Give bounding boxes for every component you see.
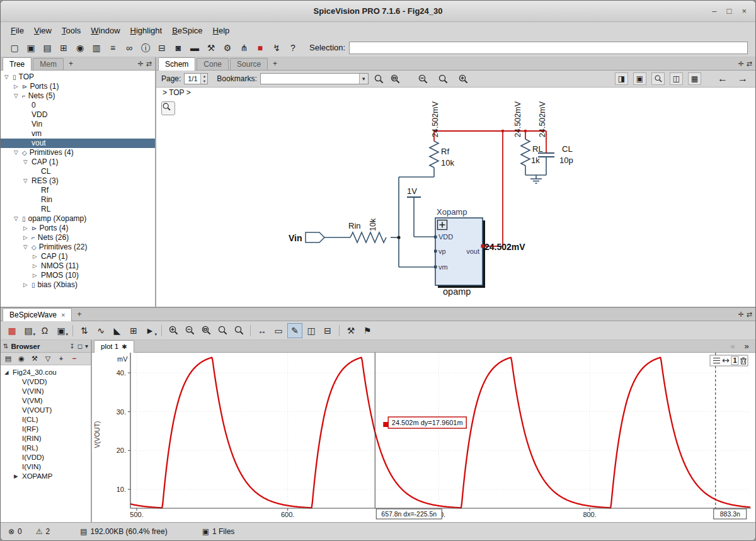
zoom-fit-icon[interactable] — [436, 71, 451, 86]
menu-tools[interactable]: Tools — [57, 24, 86, 37]
split-vertical-icon[interactable]: ◫ — [304, 323, 319, 338]
comment-icon[interactable]: ▭ — [271, 323, 286, 338]
document-icon[interactable]: ▬ — [187, 40, 202, 55]
tree-item-i-vin[interactable]: I(VIN) — [1, 462, 91, 472]
find-signal-icon[interactable]: ◉ — [16, 353, 27, 364]
dock-detach-icon[interactable]: ⇄ — [747, 310, 752, 319]
tree-item-i-rl[interactable]: I(RL) — [1, 443, 91, 453]
expander-closed-icon[interactable]: ▷ — [14, 82, 22, 91]
tree-item-ports-1[interactable]: ▷⊳Ports (1) — [1, 82, 155, 91]
tree-item-top[interactable]: ▽▯TOP — [1, 72, 155, 82]
dock-move-icon[interactable]: ✛ — [738, 310, 744, 319]
help-icon[interactable]: ? — [285, 40, 301, 55]
tree-item-xopamp[interactable]: ▶XOPAMP — [1, 472, 91, 481]
expander-closed-icon[interactable]: ▷ — [33, 252, 41, 261]
bookmarks-dropdown[interactable]: ▼ — [260, 73, 369, 84]
tree-item-vout[interactable]: vout — [1, 139, 155, 148]
tree-item-primitives-4[interactable]: ▽◇Primitives (4) — [1, 148, 155, 157]
page-spinner-arrows[interactable]: ▲▼ — [200, 74, 207, 84]
tree-item-i-cl[interactable]: I(CL) — [1, 415, 91, 424]
tree-item-cap-1[interactable]: ▷CAP (1) — [1, 252, 155, 261]
expander-closed-icon[interactable]: ▷ — [33, 271, 41, 280]
plot-forward-button[interactable]: » — [740, 341, 753, 351]
dropdown-arrow-icon[interactable]: ▼ — [359, 74, 368, 84]
signal-order-icon[interactable]: ⇅ — [77, 323, 92, 338]
titlebar[interactable]: SpiceVision PRO 7.1.6 - Fig24_30 – □ × — [1, 1, 755, 22]
signal-options-icon[interactable]: ⚒ — [29, 353, 40, 364]
tree-item-pmos-10[interactable]: ▷PMOS (10) — [1, 271, 155, 280]
tab-bespicewave[interactable]: BeSpiceWave× — [3, 308, 72, 321]
tree-item-vdd[interactable]: VDD — [1, 110, 155, 120]
tree-item-rl[interactable]: RL — [1, 205, 155, 214]
table-view-icon[interactable]: ⊞ — [126, 323, 141, 338]
report-icon[interactable]: ▤ — [40, 40, 55, 55]
export-document-icon[interactable]: ▥ — [89, 40, 104, 55]
tab-cone[interactable]: Cone — [197, 58, 229, 70]
save-icon[interactable]: ▣ — [23, 40, 38, 55]
expander-closed-icon[interactable]: ▶ — [14, 472, 22, 481]
pin-icon[interactable]: ↧ — [69, 343, 74, 350]
fit-width-icon[interactable]: ↔ — [255, 323, 270, 338]
find-icon[interactable] — [651, 72, 665, 85]
tree-item-i-rin[interactable]: I(RIN) — [1, 434, 91, 443]
plot-area[interactable]: 500.600.700.800.10.20.30.40. mV V(VOUT) … — [92, 353, 755, 522]
menu-view[interactable]: View — [29, 24, 57, 37]
expander-closed-icon[interactable]: ▷ — [33, 261, 41, 271]
tree-item-ports-4[interactable]: ▷⊳Ports (4) — [1, 224, 155, 233]
spin-up-icon[interactable]: ▲ — [201, 74, 207, 79]
expander-open-icon[interactable]: ▽ — [14, 91, 22, 101]
tree-item-rf[interactable]: Rf — [1, 186, 155, 195]
zoom-out-icon[interactable] — [182, 323, 197, 338]
plot-grid-icon[interactable]: ▦ — [4, 323, 20, 338]
filter-icon[interactable]: ▽ — [42, 353, 54, 364]
snapshot-camera-icon[interactable]: ◙ — [171, 40, 186, 55]
add-tab-button[interactable]: + — [65, 59, 77, 68]
open-document-icon[interactable]: ⊞ — [56, 40, 71, 55]
schematic-canvas[interactable]: Vin Rin 10k Rf 10k 24.502mV RL 1k 24.502… — [156, 98, 755, 307]
tree-item-i-rf[interactable]: I(RF) — [1, 424, 91, 434]
zoom-out-icon[interactable] — [416, 71, 431, 86]
cursor-mode-icon[interactable]: ►▾ — [142, 323, 158, 338]
vin-port-symbol[interactable] — [306, 232, 324, 242]
zoom-select-icon[interactable] — [372, 71, 387, 86]
tree-item-bias-xbias[interactable]: ▷▯bias (Xbias) — [1, 280, 155, 290]
menu-help[interactable]: Help — [208, 24, 235, 37]
expander-open-icon[interactable]: ▽ — [4, 72, 13, 82]
add-signal-icon[interactable]: + — [55, 353, 67, 364]
split-horizontal-icon[interactable]: ⊟ — [320, 323, 335, 338]
save-waveform-icon[interactable]: ▣▾ — [54, 323, 69, 338]
back-arrow-button[interactable]: ← — [715, 72, 730, 85]
tree-item-res-3[interactable]: ▽RES (3) — [1, 176, 155, 186]
minimize-button[interactable]: – — [712, 6, 716, 16]
link-icon[interactable]: ∞ — [122, 40, 137, 55]
tree-item-cl[interactable]: CL — [1, 167, 155, 176]
menu-file[interactable]: File — [6, 24, 29, 37]
zoom-in-icon[interactable] — [166, 323, 181, 338]
probe-icon[interactable]: ↯ — [269, 40, 284, 55]
close-tab-icon[interactable]: × — [61, 311, 65, 319]
tree-item-i-vdd[interactable]: I(VDD) — [1, 453, 91, 462]
expander-closed-icon[interactable]: ▷ — [23, 233, 32, 242]
checklist-icon[interactable]: ≡ — [105, 40, 120, 55]
tree-item-rin[interactable]: Rin — [1, 195, 155, 205]
settings-gear-icon[interactable]: ⚙ — [220, 40, 235, 55]
print-icon[interactable]: ⊟ — [154, 40, 169, 55]
waveform-plot[interactable]: 500.600.700.800.10.20.30.40. mV V(VOUT) … — [92, 353, 755, 524]
frame-icon[interactable]: ▣ — [633, 72, 646, 85]
zoom-x-icon[interactable] — [215, 323, 230, 338]
tab-source[interactable]: Source — [230, 58, 268, 70]
breadcrumb[interactable]: > TOP > — [156, 88, 755, 98]
zoom-y-icon[interactable] — [231, 323, 246, 338]
tree-item-nmos-11[interactable]: ▷NMOS (11) — [1, 261, 155, 271]
zoom-area-icon[interactable] — [388, 71, 403, 86]
dock-move-icon[interactable]: ✛ — [138, 60, 144, 68]
dock-detach-icon[interactable]: ⇄ — [146, 60, 152, 68]
menu-bespice[interactable]: BeSpice — [167, 24, 207, 37]
tree-item-vin[interactable]: Vin — [1, 120, 155, 129]
zoom-in-icon[interactable] — [456, 71, 471, 86]
menu-window[interactable]: Window — [86, 24, 125, 37]
add-tab-button[interactable]: + — [269, 59, 281, 68]
tree-item-fig24-30-cou[interactable]: ◢Fig24_30.cou — [1, 368, 91, 377]
tree-item-v-vin[interactable]: V(VIN) — [1, 387, 91, 396]
expander-open-icon[interactable]: ▽ — [23, 157, 32, 167]
